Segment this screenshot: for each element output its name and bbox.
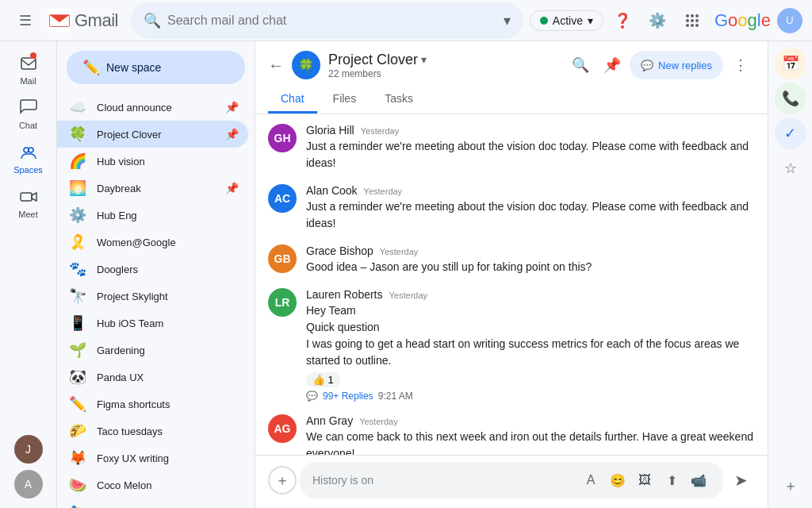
cloud-announce-emoji: ☁️ <box>67 98 89 116</box>
video-call-button[interactable]: 📹 <box>687 468 710 492</box>
sidebar-item-dooglers[interactable]: 🐾 Dooglers <box>57 256 248 283</box>
nav-item-spaces[interactable]: Spaces <box>3 137 54 181</box>
search-dropdown-icon[interactable]: ▾ <box>504 12 511 29</box>
sidebar-item-ski-crew[interactable]: ⛷️ Ski crew <box>57 498 248 508</box>
format-text-button[interactable]: A <box>579 468 603 492</box>
sidebar-item-project-skylight[interactable]: 🔭 Project Skylight <box>57 283 248 310</box>
replies-count: 99+ Replies <box>323 391 373 402</box>
project-clover-emoji: 🍀 <box>67 125 89 143</box>
gloria-hill-time: Yesterday <box>361 126 400 136</box>
upload-button[interactable]: ⬆ <box>660 468 684 492</box>
daybreak-emoji: 🌅 <box>67 179 89 197</box>
thumbsup-reaction[interactable]: 👍 1 <box>306 372 340 387</box>
hub-ios-emoji: 📱 <box>67 314 89 332</box>
sidebar-item-hub-ios-team[interactable]: 📱 Hub iOS Team <box>57 310 248 337</box>
google-logo: Google <box>714 10 771 31</box>
sidebar-item-gardening[interactable]: 🌱 Gardening <box>57 337 248 364</box>
sidebar-item-panda-ux[interactable]: 🐼 Panda UX <box>57 364 248 391</box>
svg-point-8 <box>686 24 689 27</box>
calendar-icon-button[interactable]: 📅 <box>775 48 806 79</box>
lauren-roberts-replies[interactable]: 💬 99+ Replies 9:21 AM <box>306 391 755 402</box>
ann-gray-message: Ann Gray Yesterday We can come back to t… <box>306 414 755 455</box>
sidebar-item-label-coco-melon: Coco Melon <box>97 479 239 491</box>
tab-tasks[interactable]: Tasks <box>372 86 426 114</box>
women-google-emoji: 🎗️ <box>67 233 89 251</box>
message-group-alan-cook: AC Alan Cook Yesterday Just a reminder w… <box>268 184 755 232</box>
chat-title: Project Clover <box>328 52 418 68</box>
grace-bishop-time: Yesterday <box>380 247 419 256</box>
message-input-area: ＋ History is on A 😊 🖼 ⬆ 📹 ➤ <box>255 455 768 508</box>
nav-item-meet[interactable]: Meet <box>3 181 54 225</box>
nav-item-chat[interactable]: Chat <box>3 92 54 137</box>
tasks-icon-button[interactable]: ✓ <box>775 117 806 149</box>
message-group-gloria-hill: GH Gloria Hill Yesterday Just a reminder… <box>268 124 755 171</box>
lauren-roberts-name: Lauren Roberts <box>306 288 383 301</box>
send-button[interactable]: ➤ <box>726 466 755 495</box>
sidebar-item-figma-shortcuts[interactable]: ✏️ Figma shortcuts <box>57 391 248 418</box>
help-button[interactable]: ❓ <box>607 5 638 37</box>
sidebar-item-label-hub-eng: Hub Eng <box>97 210 239 221</box>
bottom-avatar-2[interactable]: A <box>14 470 43 498</box>
sidebar-item-hub-eng[interactable]: ⚙️ Hub Eng <box>57 202 248 229</box>
chat-title-group: Project Clover ▾ 22 members <box>328 52 427 79</box>
chat-header-top: ← 🍀 Project Clover ▾ 22 members 🔍 📌 💬 Ne… <box>268 51 755 86</box>
nav-item-mail[interactable]: Mail <box>3 48 54 92</box>
user-avatar[interactable]: U <box>777 8 802 33</box>
expand-right-button[interactable]: ＋ <box>775 470 806 502</box>
lauren-roberts-time: Yesterday <box>389 291 428 300</box>
sidebar-item-foxy-ux-writing[interactable]: 🦊 Foxy UX writing <box>57 444 248 471</box>
sidebar-item-project-clover[interactable]: 🍀 Project Clover 📌 <box>57 121 248 148</box>
chat-title-chevron-icon[interactable]: ▾ <box>421 53 427 66</box>
dooglers-emoji: 🐾 <box>67 260 89 278</box>
tab-chat[interactable]: Chat <box>268 86 317 114</box>
meet-nav-label: Meet <box>18 210 37 219</box>
chat-area: ← 🍀 Project Clover ▾ 22 members 🔍 📌 💬 Ne… <box>255 41 768 508</box>
sidebar-item-cloud-announce[interactable]: ☁️ Cloud announce 📌 <box>57 94 248 121</box>
sidebar-item-daybreak[interactable]: 🌅 Daybreak 📌 <box>57 175 248 202</box>
gloria-hill-name: Gloria Hill <box>306 124 354 137</box>
spaces-nav-icon <box>19 143 38 164</box>
more-options-button[interactable]: ⋮ <box>726 51 755 79</box>
search-input[interactable] <box>167 13 497 28</box>
new-replies-button[interactable]: 💬 New replies <box>630 51 723 79</box>
apps-button[interactable] <box>676 5 708 37</box>
search-icon: 🔍 <box>144 12 161 29</box>
mail-icon <box>19 54 38 75</box>
top-bar: ☰ Gmail 🔍 ▾ Active ▾ ❓ ⚙️ <box>0 0 812 41</box>
sidebar-item-coco-melon[interactable]: 🍉 Coco Melon <box>57 471 248 498</box>
message-group-grace-bishop: GB Grace Bishop Yesterday Good idea – Ja… <box>268 244 755 275</box>
bookmark-icon-button[interactable]: ☆ <box>775 152 806 184</box>
active-status-button[interactable]: Active ▾ <box>530 10 603 31</box>
tab-files[interactable]: Files <box>320 86 370 114</box>
pin-button[interactable]: 📌 <box>598 51 626 79</box>
bottom-avatar-1[interactable]: J <box>14 435 43 464</box>
svg-point-10 <box>695 24 699 27</box>
search-chat-button[interactable]: 🔍 <box>566 51 595 79</box>
back-button[interactable]: ← <box>268 56 284 75</box>
hamburger-button[interactable]: ☰ <box>10 5 41 37</box>
add-attachment-button[interactable]: ＋ <box>268 466 297 495</box>
sidebar-item-hub-vision[interactable]: 🌈 Hub vision <box>57 148 248 175</box>
chat-nav-icon <box>19 98 38 119</box>
history-on-label: History is on <box>312 474 373 487</box>
new-space-button[interactable]: ✏️ New space <box>67 51 245 84</box>
grace-bishop-message: Grace Bishop Yesterday Good idea – Jason… <box>306 244 755 275</box>
panda-ux-emoji: 🐼 <box>67 368 89 386</box>
sidebar-item-taco-tuesdays[interactable]: 🌮 Taco tuesdays <box>57 418 248 444</box>
emoji-button[interactable]: 😊 <box>606 468 630 492</box>
daybreak-pin-icon: 📌 <box>225 182 239 194</box>
input-icon-group: A 😊 🖼 ⬆ 📹 <box>579 468 710 492</box>
gardening-emoji: 🌱 <box>67 341 89 359</box>
gif-button[interactable]: 🖼 <box>633 468 657 492</box>
taco-tuesdays-emoji: 🌮 <box>67 422 89 440</box>
phone-icon-button[interactable]: 📞 <box>775 83 806 114</box>
gloria-hill-message: Gloria Hill Yesterday Just a reminder we… <box>306 124 755 171</box>
alan-cook-text: Just a reminder we're meeting about the … <box>306 198 755 232</box>
sidebar-item-label-figma-shortcuts: Figma shortcuts <box>97 398 239 410</box>
sidebar-item-label-cloud-announce: Cloud announce <box>97 102 217 114</box>
lauren-roberts-message: Lauren Roberts Yesterday Hey Team Quick … <box>306 288 755 402</box>
mail-nav-label: Mail <box>20 76 36 86</box>
lauren-roberts-text: Hey Team Quick question I was going to g… <box>306 302 755 369</box>
settings-button[interactable]: ⚙️ <box>642 5 673 37</box>
sidebar-item-women-google[interactable]: 🎗️ Women@Google <box>57 229 248 256</box>
